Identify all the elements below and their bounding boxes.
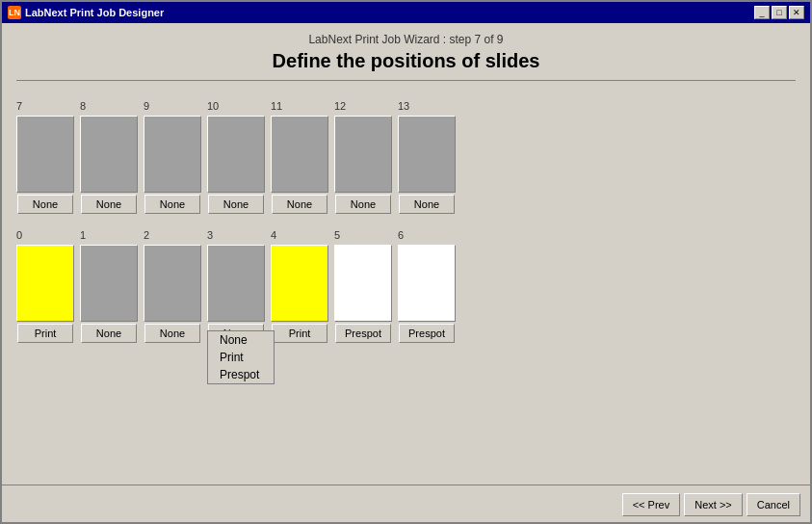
wizard-page-title: Define the positions of slides [16,50,796,81]
slide-card-13 [398,116,456,193]
slide-btn-6[interactable]: Prespot [399,324,455,343]
slide-card-9 [144,116,201,193]
slide-number-10: 10 [207,100,219,112]
slide-item-1: 1 None [80,229,138,343]
slide-number-7: 7 [16,100,22,112]
slide-card-8 [80,116,138,193]
minimize-button[interactable]: _ [754,6,770,19]
slide-btn-13[interactable]: None [399,195,455,214]
slide-item-4: 4 Print [271,229,328,343]
slide-card-2 [144,245,201,322]
slide-card-4 [271,245,328,322]
slide-row-1: 7 None 8 None 9 None 10 [16,100,796,214]
content-area: LabNext Print Job Wizard : step 7 of 9 D… [2,23,810,485]
next-button[interactable]: Next >> [684,493,743,516]
slide-number-13: 13 [398,100,409,112]
dropdown-item-print[interactable]: Print [208,349,274,366]
slide-btn-0[interactable]: Print [17,324,73,343]
slide-number-4: 4 [271,229,276,241]
title-bar-title: LabNext Print Job Designer [25,7,164,18]
slide-item-6: 6 Prespot [398,229,456,343]
slide-btn-10[interactable]: None [208,195,264,214]
slide-item-12: 12 None [334,100,392,214]
slide-item-11: 11 None [271,100,328,214]
slide-btn-2[interactable]: None [144,324,200,343]
slide-btn-5[interactable]: Prespot [335,324,391,343]
app-icon: LN [8,6,21,19]
close-button[interactable]: ✕ [789,6,804,19]
title-bar-left: LN LabNext Print Job Designer [8,6,164,19]
slide-card-0 [16,245,74,322]
slide-row-2: 0 Print 1 None 2 None 3 [16,229,796,343]
slide-item-9: 9 None [144,100,201,214]
prev-button[interactable]: << Prev [622,493,681,516]
slide-btn-7[interactable]: None [17,195,73,214]
slide-item-0: 0 Print [16,229,74,343]
slide-number-0: 0 [16,229,22,241]
maximize-button[interactable]: □ [772,6,787,19]
slide-number-6: 6 [398,229,404,241]
slide-item-10: 10 None [207,100,265,214]
slide-btn-4[interactable]: Print [272,324,327,343]
dropdown-item-none[interactable]: None [208,331,274,349]
slide-number-1: 1 [80,229,86,241]
slide-card-7 [16,116,74,193]
slide-number-2: 2 [144,229,149,241]
main-window: LN LabNext Print Job Designer _ □ ✕ LabN… [0,0,812,524]
slide-btn-9[interactable]: None [144,195,200,214]
slide-item-13: 13 None [398,100,456,214]
slide-item-5: 5 Prespot [334,229,392,343]
slide-number-5: 5 [334,229,340,241]
slide-btn-12[interactable]: None [335,195,391,214]
slide-dropdown-3: None Print Prespot [207,330,275,384]
slide-btn-1[interactable]: None [81,324,137,343]
title-bar: LN LabNext Print Job Designer _ □ ✕ [2,2,810,23]
dropdown-item-prespot[interactable]: Prespot [208,366,274,383]
wizard-header: LabNext Print Job Wizard : step 7 of 9 D… [16,33,796,92]
slide-item-2: 2 None [144,229,201,343]
slide-number-12: 12 [334,100,346,112]
slide-btn-11[interactable]: None [272,195,327,214]
wizard-step-label: LabNext Print Job Wizard : step 7 of 9 [16,33,796,46]
title-bar-controls: _ □ ✕ [754,6,804,19]
footer: << Prev Next >> Cancel [2,485,810,522]
slide-item-7: 7 None [16,100,74,214]
slide-number-3: 3 [207,229,213,241]
slide-item-8: 8 None [80,100,138,214]
slide-btn-8[interactable]: None [81,195,137,214]
slide-number-8: 8 [80,100,86,112]
slide-card-5 [334,245,392,322]
slide-card-1 [80,245,138,322]
slides-area: 7 None 8 None 9 None 10 [16,100,796,475]
slide-card-6 [398,245,456,322]
slide-number-11: 11 [271,100,282,112]
slide-card-12 [334,116,392,193]
slide-item-3: 3 None None Print Prespot [207,229,265,343]
slide-number-9: 9 [144,100,149,112]
slide-card-11 [271,116,328,193]
cancel-button[interactable]: Cancel [747,493,800,516]
slide-card-10 [207,116,265,193]
slide-card-3 [207,245,265,322]
